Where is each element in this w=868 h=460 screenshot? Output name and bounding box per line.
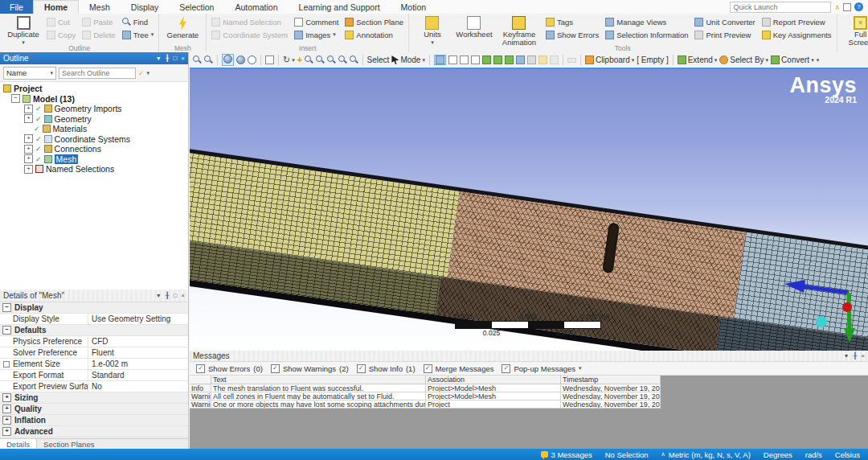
- select-through-icon[interactable]: [516, 55, 525, 64]
- tab-motion[interactable]: Motion: [391, 0, 437, 14]
- solver-preference-value[interactable]: Fluent: [88, 348, 188, 357]
- smart-filter-button[interactable]: [434, 55, 446, 66]
- body-filter-icon[interactable]: [482, 55, 491, 64]
- outline-toolbar-overflow-icon[interactable]: ▾: [147, 70, 150, 76]
- magnifier-window-icon[interactable]: [350, 55, 358, 64]
- physics-preference-value[interactable]: CFD: [88, 337, 188, 346]
- wireframe-icon[interactable]: [248, 55, 256, 64]
- generate-button[interactable]: Generate: [164, 16, 201, 39]
- full-screen-button[interactable]: × Full Screen: [842, 16, 868, 47]
- severity-column-header[interactable]: [190, 376, 211, 384]
- zoom-icon[interactable]: [204, 55, 213, 64]
- extend-selection-icon[interactable]: [527, 55, 536, 64]
- manage-views-button[interactable]: Manage Views: [605, 18, 688, 27]
- connections-expand-icon[interactable]: +: [24, 145, 33, 154]
- tab-display[interactable]: Display: [121, 0, 169, 14]
- convert-button[interactable]: Convert▾: [771, 55, 814, 64]
- export-preview-value[interactable]: No: [88, 382, 188, 391]
- show-vertices-icon[interactable]: [265, 55, 274, 64]
- tree-item-coordinate-systems[interactable]: + ✓ Coordinate Systems: [3, 134, 188, 145]
- timestamp-column-header[interactable]: Timestamp: [561, 376, 661, 384]
- outline-close-icon[interactable]: ×: [181, 55, 185, 62]
- tab-automation[interactable]: Automation: [224, 0, 288, 14]
- report-preview-button[interactable]: Report Preview: [762, 18, 832, 27]
- zoom-fit-icon[interactable]: [338, 55, 347, 64]
- text-column-header[interactable]: Text: [211, 376, 426, 384]
- zoom-out-icon[interactable]: [316, 55, 325, 64]
- tree-item-materials[interactable]: ✓ Materials: [3, 124, 188, 134]
- status-temperature-unit[interactable]: Celsius: [835, 450, 860, 459]
- tree-button[interactable]: Tree▾: [122, 31, 154, 39]
- node-filter-icon[interactable]: [493, 55, 502, 64]
- details-header-display[interactable]: −Display: [0, 302, 188, 314]
- duplicate-button[interactable]: Duplicate ▾: [5, 16, 42, 46]
- tags-button[interactable]: Tags: [546, 18, 599, 27]
- details-header-sizing[interactable]: +Sizing: [0, 392, 188, 404]
- status-angle-unit[interactable]: Degrees: [764, 450, 792, 459]
- element-size-value[interactable]: 1.e-002 m: [88, 359, 188, 368]
- select-by-button[interactable]: Select By▾: [719, 55, 768, 64]
- messages-pin-icon[interactable]: ╂: [854, 352, 858, 359]
- show-errors-filter[interactable]: ✓Show Errors(0): [196, 364, 263, 373]
- label-icon[interactable]: [550, 55, 559, 64]
- tree-item-geometry[interactable]: + ✓ Geometry: [3, 114, 188, 125]
- tree-item-connections[interactable]: + ✓ Connections: [3, 144, 188, 154]
- named-selections-expand-icon[interactable]: +: [24, 165, 33, 174]
- details-header-advanced[interactable]: +Advanced: [0, 426, 188, 437]
- worksheet-button[interactable]: Worksheet: [456, 16, 493, 39]
- tree-item-geometry-imports[interactable]: + ✓ Geometry Imports: [3, 104, 188, 114]
- status-messages[interactable]: 3 Messages: [541, 450, 592, 459]
- outline-pin-icon[interactable]: ╂: [166, 55, 170, 62]
- selection-information-button[interactable]: Selection Information: [605, 31, 688, 39]
- zoom-in-icon[interactable]: [305, 55, 313, 64]
- tab-selection[interactable]: Selection: [169, 0, 224, 14]
- orientation-triad[interactable]: [775, 275, 863, 346]
- annotation-button[interactable]: Annotation: [345, 31, 403, 39]
- box-zoom-icon[interactable]: [327, 55, 336, 64]
- show-info-filter[interactable]: ✓Show Info(1): [357, 364, 416, 373]
- popup-messages-checkbox[interactable]: ✓: [502, 364, 510, 373]
- toolbar-overflow-icon[interactable]: ▾: [817, 57, 820, 64]
- coordinate-system-button[interactable]: Coordinate System: [211, 31, 288, 39]
- status-units[interactable]: ∧Metric (m, kg, N, s, V, A): [661, 450, 751, 459]
- quick-launch-input[interactable]: [730, 2, 831, 13]
- details-header-inflation[interactable]: +Inflation: [0, 415, 188, 426]
- section-plane-button[interactable]: Section Plane: [345, 18, 403, 27]
- notes-icon[interactable]: [843, 3, 851, 11]
- message-row[interactable]: Warning All cell zones in Fluent may be …: [190, 392, 661, 400]
- tab-home[interactable]: Home: [33, 0, 79, 14]
- viewport-3d[interactable]: Ansys 2024 R1 0.000 0.050 0.100 (m) 0.02…: [190, 68, 868, 351]
- search-filter-check-icon[interactable]: ✓: [138, 69, 145, 77]
- messages-close-icon[interactable]: ×: [861, 352, 865, 359]
- message-row[interactable]: Info The mesh translation to Fluent was …: [190, 384, 661, 392]
- clipboard-button[interactable]: Clipboard▾: [585, 55, 634, 64]
- details-pin-icon[interactable]: ╂: [166, 292, 170, 299]
- edge-filter-icon[interactable]: [460, 55, 469, 64]
- tree-item-model[interactable]: − Model (13): [3, 94, 188, 105]
- images-button[interactable]: Images▾: [294, 31, 338, 39]
- popup-messages-filter[interactable]: ✓Pop-up Messages▾: [502, 364, 581, 373]
- name-filter-select[interactable]: Name▾: [3, 67, 56, 80]
- geometry-expand-icon[interactable]: +: [24, 114, 33, 123]
- ruler-icon[interactable]: [567, 58, 576, 63]
- tab-section-planes[interactable]: Section Planes: [37, 439, 100, 449]
- probe-icon[interactable]: [538, 55, 547, 64]
- face-filter-icon[interactable]: [471, 55, 480, 64]
- tab-learning-and-support[interactable]: Learning and Support: [289, 0, 391, 14]
- keyframe-animation-button[interactable]: Keyframe Animation: [497, 16, 541, 47]
- element-size-checkbox[interactable]: [3, 361, 10, 368]
- show-errors-checkbox[interactable]: ✓: [196, 364, 205, 373]
- outline-float-icon[interactable]: □: [173, 55, 177, 62]
- pan-icon[interactable]: +: [297, 55, 302, 64]
- collapse-ribbon-icon[interactable]: ∧: [834, 3, 840, 11]
- vertex-filter-icon[interactable]: [448, 55, 457, 64]
- tree-item-mesh[interactable]: + ✓ Mesh: [3, 154, 188, 165]
- zoom-box-icon[interactable]: [193, 55, 202, 64]
- comment-button[interactable]: Comment: [294, 18, 338, 27]
- status-angular-velocity-unit[interactable]: rad/s: [805, 450, 822, 459]
- tree-item-named-selections[interactable]: + Named Selections: [3, 164, 188, 175]
- cut-button[interactable]: Cut: [47, 18, 76, 27]
- named-selection-button[interactable]: Named Selection: [211, 18, 288, 27]
- mesh-expand-icon[interactable]: +: [24, 154, 33, 163]
- merge-messages-filter[interactable]: ✓Merge Messages: [424, 364, 494, 373]
